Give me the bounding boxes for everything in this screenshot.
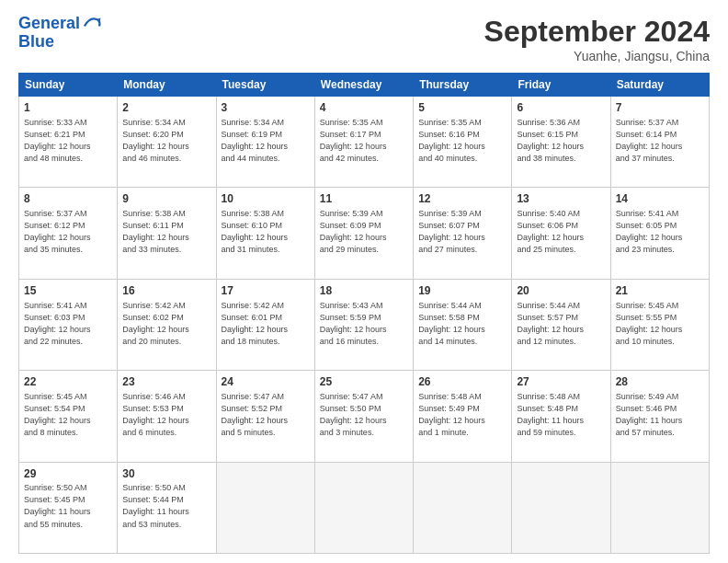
day-number: 23 (122, 374, 210, 390)
col-friday: Friday (512, 74, 610, 97)
logo-subtext: Blue (18, 33, 102, 52)
day-info: Sunrise: 5:44 AMSunset: 5:57 PMDaylight:… (517, 300, 605, 348)
table-row: 4Sunrise: 5:35 AMSunset: 6:17 PMDaylight… (314, 97, 413, 188)
day-info: Sunrise: 5:42 AMSunset: 6:02 PMDaylight:… (122, 300, 210, 348)
col-saturday: Saturday (610, 74, 709, 97)
col-tuesday: Tuesday (216, 74, 314, 97)
day-info: Sunrise: 5:41 AMSunset: 6:05 PMDaylight:… (616, 208, 704, 256)
day-info: Sunrise: 5:48 AMSunset: 5:49 PMDaylight:… (418, 391, 506, 439)
table-row: 29Sunrise: 5:50 AMSunset: 5:45 PMDayligh… (19, 462, 118, 553)
day-info: Sunrise: 5:49 AMSunset: 5:46 PMDaylight:… (616, 391, 704, 439)
day-number: 15 (24, 283, 112, 299)
location-subtitle: Yuanhe, Jiangsu, China (484, 49, 710, 63)
table-row: 23Sunrise: 5:46 AMSunset: 5:53 PMDayligh… (118, 371, 216, 462)
table-row: 8Sunrise: 5:37 AMSunset: 6:12 PMDaylight… (19, 188, 118, 279)
day-number: 18 (320, 283, 408, 299)
day-number: 27 (517, 374, 605, 390)
logo-text: General (18, 15, 80, 33)
calendar-week-row: 1Sunrise: 5:33 AMSunset: 6:21 PMDaylight… (19, 97, 710, 188)
table-row: 14Sunrise: 5:41 AMSunset: 6:05 PMDayligh… (610, 188, 709, 279)
table-row: 26Sunrise: 5:48 AMSunset: 5:49 PMDayligh… (414, 371, 512, 462)
day-info: Sunrise: 5:47 AMSunset: 5:50 PMDaylight:… (320, 391, 408, 439)
day-info: Sunrise: 5:41 AMSunset: 6:03 PMDaylight:… (24, 300, 112, 348)
day-info: Sunrise: 5:33 AMSunset: 6:21 PMDaylight:… (24, 117, 112, 165)
day-number: 20 (517, 283, 605, 299)
day-number: 2 (122, 100, 210, 116)
day-number: 21 (616, 283, 704, 299)
day-number: 11 (320, 191, 408, 207)
day-number: 30 (122, 466, 210, 482)
day-info: Sunrise: 5:43 AMSunset: 5:59 PMDaylight:… (320, 300, 408, 348)
table-row: 25Sunrise: 5:47 AMSunset: 5:50 PMDayligh… (314, 371, 413, 462)
calendar-week-row: 22Sunrise: 5:45 AMSunset: 5:54 PMDayligh… (19, 371, 710, 462)
day-info: Sunrise: 5:36 AMSunset: 6:15 PMDaylight:… (517, 117, 605, 165)
day-number: 1 (24, 100, 112, 116)
calendar-week-row: 8Sunrise: 5:37 AMSunset: 6:12 PMDaylight… (19, 188, 710, 279)
table-row: 7Sunrise: 5:37 AMSunset: 6:14 PMDaylight… (610, 97, 709, 188)
day-number: 12 (418, 191, 506, 207)
calendar-week-row: 15Sunrise: 5:41 AMSunset: 6:03 PMDayligh… (19, 279, 710, 370)
table-row: 11Sunrise: 5:39 AMSunset: 6:09 PMDayligh… (314, 188, 413, 279)
table-row: 5Sunrise: 5:35 AMSunset: 6:16 PMDaylight… (414, 97, 512, 188)
table-row (216, 462, 314, 553)
table-row: 24Sunrise: 5:47 AMSunset: 5:52 PMDayligh… (216, 371, 314, 462)
day-number: 22 (24, 374, 112, 390)
day-number: 16 (122, 283, 210, 299)
day-number: 29 (24, 466, 112, 482)
day-number: 17 (222, 283, 310, 299)
day-number: 28 (616, 374, 704, 390)
day-number: 14 (616, 191, 704, 207)
col-wednesday: Wednesday (314, 74, 413, 97)
title-area: September 2024 Yuanhe, Jiangsu, China (484, 15, 710, 63)
day-number: 4 (320, 100, 408, 116)
day-number: 25 (320, 374, 408, 390)
day-info: Sunrise: 5:45 AMSunset: 5:55 PMDaylight:… (616, 300, 704, 348)
table-row: 15Sunrise: 5:41 AMSunset: 6:03 PMDayligh… (19, 279, 118, 370)
table-row: 13Sunrise: 5:40 AMSunset: 6:06 PMDayligh… (512, 188, 610, 279)
table-row: 12Sunrise: 5:39 AMSunset: 6:07 PMDayligh… (414, 188, 512, 279)
month-title: September 2024 (484, 15, 710, 49)
col-thursday: Thursday (414, 74, 512, 97)
day-info: Sunrise: 5:48 AMSunset: 5:48 PMDaylight:… (517, 391, 605, 439)
table-row: 1Sunrise: 5:33 AMSunset: 6:21 PMDaylight… (19, 97, 118, 188)
logo-icon (82, 12, 102, 32)
day-info: Sunrise: 5:46 AMSunset: 5:53 PMDaylight:… (122, 391, 210, 439)
day-number: 13 (517, 191, 605, 207)
day-info: Sunrise: 5:35 AMSunset: 6:17 PMDaylight:… (320, 117, 408, 165)
day-number: 19 (418, 283, 506, 299)
day-number: 24 (222, 374, 310, 390)
day-info: Sunrise: 5:50 AMSunset: 5:45 PMDaylight:… (24, 482, 112, 530)
day-info: Sunrise: 5:39 AMSunset: 6:07 PMDaylight:… (418, 208, 506, 256)
table-row: 16Sunrise: 5:42 AMSunset: 6:02 PMDayligh… (118, 279, 216, 370)
table-row: 2Sunrise: 5:34 AMSunset: 6:20 PMDaylight… (118, 97, 216, 188)
table-row: 30Sunrise: 5:50 AMSunset: 5:44 PMDayligh… (118, 462, 216, 553)
day-number: 26 (418, 374, 506, 390)
table-row (414, 462, 512, 553)
day-info: Sunrise: 5:44 AMSunset: 5:58 PMDaylight:… (418, 300, 506, 348)
col-sunday: Sunday (19, 74, 118, 97)
day-info: Sunrise: 5:34 AMSunset: 6:20 PMDaylight:… (122, 117, 210, 165)
day-number: 5 (418, 100, 506, 116)
header: General Blue September 2024 Yuanhe, Jian… (18, 15, 710, 63)
day-info: Sunrise: 5:37 AMSunset: 6:12 PMDaylight:… (24, 208, 112, 256)
day-info: Sunrise: 5:50 AMSunset: 5:44 PMDaylight:… (122, 482, 210, 530)
page: General Blue September 2024 Yuanhe, Jian… (0, 0, 728, 563)
table-row: 21Sunrise: 5:45 AMSunset: 5:55 PMDayligh… (610, 279, 709, 370)
day-number: 7 (616, 100, 704, 116)
table-row: 27Sunrise: 5:48 AMSunset: 5:48 PMDayligh… (512, 371, 610, 462)
logo: General Blue (18, 15, 102, 52)
day-info: Sunrise: 5:38 AMSunset: 6:11 PMDaylight:… (122, 208, 210, 256)
day-info: Sunrise: 5:37 AMSunset: 6:14 PMDaylight:… (616, 117, 704, 165)
day-info: Sunrise: 5:34 AMSunset: 6:19 PMDaylight:… (222, 117, 310, 165)
table-row (512, 462, 610, 553)
table-row: 6Sunrise: 5:36 AMSunset: 6:15 PMDaylight… (512, 97, 610, 188)
day-info: Sunrise: 5:35 AMSunset: 6:16 PMDaylight:… (418, 117, 506, 165)
day-info: Sunrise: 5:38 AMSunset: 6:10 PMDaylight:… (222, 208, 310, 256)
table-row: 18Sunrise: 5:43 AMSunset: 5:59 PMDayligh… (314, 279, 413, 370)
table-row: 3Sunrise: 5:34 AMSunset: 6:19 PMDaylight… (216, 97, 314, 188)
col-monday: Monday (118, 74, 216, 97)
table-row (610, 462, 709, 553)
day-info: Sunrise: 5:47 AMSunset: 5:52 PMDaylight:… (222, 391, 310, 439)
table-row: 9Sunrise: 5:38 AMSunset: 6:11 PMDaylight… (118, 188, 216, 279)
table-row: 28Sunrise: 5:49 AMSunset: 5:46 PMDayligh… (610, 371, 709, 462)
